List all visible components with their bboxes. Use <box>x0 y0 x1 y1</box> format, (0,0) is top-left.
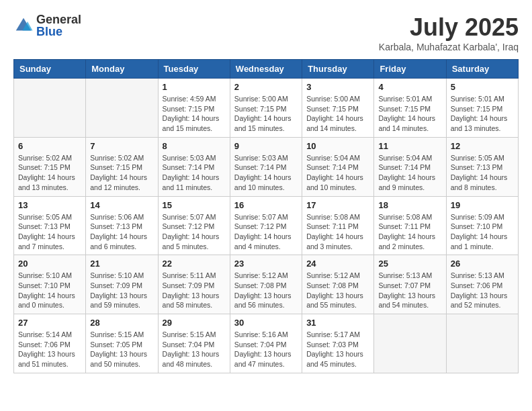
day-number: 13 <box>18 200 81 210</box>
day-number: 17 <box>306 200 369 210</box>
calendar-cell: 26 Sunrise: 5:13 AM Sunset: 7:06 PM Dayl… <box>446 255 518 314</box>
sunrise-text: Sunrise: 5:06 AM <box>90 212 153 222</box>
sunrise-text: Sunrise: 5:02 AM <box>18 153 81 163</box>
daylight-text: Daylight: 14 hours and 15 minutes. <box>234 113 298 133</box>
day-number: 27 <box>18 318 81 328</box>
sunset-text: Sunset: 7:15 PM <box>451 104 514 114</box>
weekday-header-tuesday: Tuesday <box>158 60 230 79</box>
calendar-cell: 27 Sunrise: 5:14 AM Sunset: 7:06 PM Dayl… <box>14 314 86 373</box>
sunrise-text: Sunrise: 5:11 AM <box>163 271 226 281</box>
day-info: Sunrise: 5:10 AM Sunset: 7:09 PM Dayligh… <box>90 271 153 310</box>
sunset-text: Sunset: 7:03 PM <box>306 340 369 350</box>
day-info: Sunrise: 5:16 AM Sunset: 7:04 PM Dayligh… <box>234 330 298 369</box>
calendar-cell: 24 Sunrise: 5:12 AM Sunset: 7:08 PM Dayl… <box>302 255 374 314</box>
sunset-text: Sunset: 7:14 PM <box>234 163 298 173</box>
calendar-cell: 30 Sunrise: 5:16 AM Sunset: 7:04 PM Dayl… <box>230 314 302 373</box>
calendar-cell: 8 Sunrise: 5:03 AM Sunset: 7:14 PM Dayli… <box>158 137 230 196</box>
day-number: 16 <box>234 200 298 210</box>
sunset-text: Sunset: 7:04 PM <box>234 340 298 350</box>
day-number: 19 <box>451 200 514 210</box>
day-info: Sunrise: 5:07 AM Sunset: 7:12 PM Dayligh… <box>163 212 226 252</box>
sunrise-text: Sunrise: 5:07 AM <box>234 212 298 222</box>
sunrise-text: Sunrise: 5:00 AM <box>306 94 369 104</box>
logo: General Blue <box>13 13 81 38</box>
sunrise-text: Sunrise: 5:04 AM <box>378 153 441 163</box>
day-info: Sunrise: 5:02 AM Sunset: 7:15 PM Dayligh… <box>18 153 81 193</box>
day-info: Sunrise: 5:11 AM Sunset: 7:09 PM Dayligh… <box>163 271 226 310</box>
day-info: Sunrise: 5:07 AM Sunset: 7:12 PM Dayligh… <box>234 212 298 252</box>
sunrise-text: Sunrise: 5:10 AM <box>18 271 81 281</box>
sunrise-text: Sunrise: 5:17 AM <box>306 330 369 340</box>
sunrise-text: Sunrise: 5:15 AM <box>163 330 226 340</box>
weekday-header-sunday: Sunday <box>14 60 86 79</box>
daylight-text: Daylight: 14 hours and 12 minutes. <box>90 173 153 192</box>
calendar-cell: 17 Sunrise: 5:08 AM Sunset: 7:11 PM Dayl… <box>302 196 374 255</box>
sunrise-text: Sunrise: 5:13 AM <box>451 271 514 281</box>
sunrise-text: Sunrise: 5:13 AM <box>378 271 441 281</box>
daylight-text: Daylight: 14 hours and 10 minutes. <box>234 173 298 192</box>
day-number: 26 <box>451 259 514 269</box>
day-number: 28 <box>90 318 153 328</box>
calendar-table: SundayMondayTuesdayWednesdayThursdayFrid… <box>13 59 519 373</box>
sunrise-text: Sunrise: 5:16 AM <box>234 330 298 340</box>
day-number: 12 <box>451 141 514 151</box>
sunset-text: Sunset: 7:09 PM <box>90 281 153 291</box>
calendar-week-row: 1 Sunrise: 4:59 AM Sunset: 7:15 PM Dayli… <box>14 79 519 138</box>
daylight-text: Daylight: 14 hours and 14 minutes. <box>306 113 369 133</box>
calendar-week-row: 20 Sunrise: 5:10 AM Sunset: 7:10 PM Dayl… <box>14 255 519 314</box>
sunrise-text: Sunrise: 5:12 AM <box>306 271 369 281</box>
day-number: 9 <box>234 141 298 151</box>
daylight-text: Daylight: 14 hours and 10 minutes. <box>306 173 369 192</box>
daylight-text: Daylight: 13 hours and 48 minutes. <box>163 349 226 369</box>
calendar-cell <box>446 314 518 373</box>
sunset-text: Sunset: 7:13 PM <box>451 163 514 173</box>
day-info: Sunrise: 5:13 AM Sunset: 7:07 PM Dayligh… <box>378 271 441 310</box>
sunrise-text: Sunrise: 5:04 AM <box>306 153 369 163</box>
day-info: Sunrise: 5:10 AM Sunset: 7:10 PM Dayligh… <box>18 271 81 310</box>
daylight-text: Daylight: 13 hours and 47 minutes. <box>234 349 298 369</box>
calendar-cell: 19 Sunrise: 5:09 AM Sunset: 7:10 PM Dayl… <box>446 196 518 255</box>
calendar-cell: 14 Sunrise: 5:06 AM Sunset: 7:13 PM Dayl… <box>86 196 158 255</box>
day-info: Sunrise: 5:15 AM Sunset: 7:04 PM Dayligh… <box>163 330 226 369</box>
calendar-cell: 5 Sunrise: 5:01 AM Sunset: 7:15 PM Dayli… <box>446 79 518 138</box>
sunset-text: Sunset: 7:07 PM <box>378 281 441 291</box>
daylight-text: Daylight: 14 hours and 4 minutes. <box>234 232 298 251</box>
sunrise-text: Sunrise: 5:12 AM <box>234 271 298 281</box>
calendar-cell <box>86 79 158 138</box>
day-number: 3 <box>306 82 369 92</box>
day-number: 2 <box>234 82 298 92</box>
sunset-text: Sunset: 7:12 PM <box>163 222 226 232</box>
daylight-text: Daylight: 14 hours and 9 minutes. <box>378 173 441 192</box>
day-info: Sunrise: 5:13 AM Sunset: 7:06 PM Dayligh… <box>451 271 514 310</box>
sunrise-text: Sunrise: 5:03 AM <box>163 153 226 163</box>
daylight-text: Daylight: 14 hours and 5 minutes. <box>163 232 226 251</box>
daylight-text: Daylight: 13 hours and 45 minutes. <box>306 349 369 369</box>
sunset-text: Sunset: 7:04 PM <box>163 340 226 350</box>
day-number: 4 <box>378 82 441 92</box>
sunrise-text: Sunrise: 4:59 AM <box>163 94 226 104</box>
sunset-text: Sunset: 7:15 PM <box>306 104 369 114</box>
calendar-cell: 29 Sunrise: 5:15 AM Sunset: 7:04 PM Dayl… <box>158 314 230 373</box>
logo-icon <box>13 15 34 36</box>
sunrise-text: Sunrise: 5:07 AM <box>163 212 226 222</box>
calendar-cell: 10 Sunrise: 5:04 AM Sunset: 7:14 PM Dayl… <box>302 137 374 196</box>
page-header: General Blue July 2025 Karbala, Muhafaza… <box>13 13 519 52</box>
sunset-text: Sunset: 7:11 PM <box>306 222 369 232</box>
daylight-text: Daylight: 14 hours and 1 minute. <box>451 232 514 251</box>
calendar-cell: 9 Sunrise: 5:03 AM Sunset: 7:14 PM Dayli… <box>230 137 302 196</box>
day-number: 30 <box>234 318 298 328</box>
daylight-text: Daylight: 14 hours and 14 minutes. <box>378 113 441 133</box>
calendar-cell <box>14 79 86 138</box>
sunset-text: Sunset: 7:09 PM <box>163 281 226 291</box>
sunset-text: Sunset: 7:13 PM <box>18 222 81 232</box>
day-info: Sunrise: 5:12 AM Sunset: 7:08 PM Dayligh… <box>234 271 298 310</box>
day-number: 29 <box>163 318 226 328</box>
month-year-title: July 2025 <box>379 13 519 42</box>
day-number: 8 <box>163 141 226 151</box>
calendar-cell: 6 Sunrise: 5:02 AM Sunset: 7:15 PM Dayli… <box>14 137 86 196</box>
calendar-cell: 18 Sunrise: 5:08 AM Sunset: 7:11 PM Dayl… <box>374 196 446 255</box>
day-info: Sunrise: 5:05 AM Sunset: 7:13 PM Dayligh… <box>451 153 514 193</box>
day-info: Sunrise: 5:04 AM Sunset: 7:14 PM Dayligh… <box>306 153 369 193</box>
day-info: Sunrise: 5:14 AM Sunset: 7:06 PM Dayligh… <box>18 330 81 369</box>
sunset-text: Sunset: 7:10 PM <box>451 222 514 232</box>
